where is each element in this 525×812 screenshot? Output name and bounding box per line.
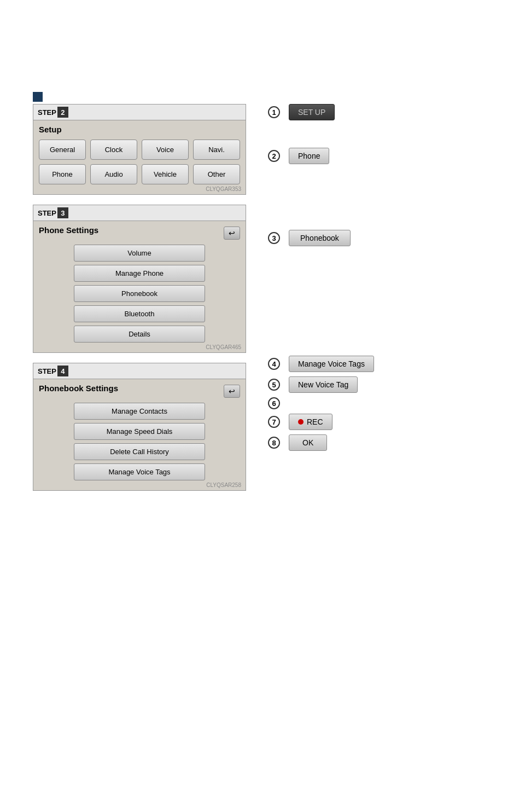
setup-btn-navi[interactable]: Navi. (193, 140, 240, 160)
step3-volume-btn[interactable]: Volume (74, 245, 205, 262)
step2-header: STEP 2 (33, 104, 246, 120)
instruction-8: 8 OK (268, 434, 509, 451)
rec-button[interactable]: REC (289, 414, 332, 430)
instruction-5: 5 New Voice Tag (268, 376, 509, 393)
setup-btn-phone[interactable]: Phone (39, 164, 86, 184)
circle-6: 6 (268, 397, 280, 409)
rec-label: REC (307, 417, 323, 426)
step4-menu: Manage Contacts Manage Speed Dials Delet… (39, 403, 240, 480)
circle-8: 8 (268, 437, 280, 449)
step4-label: STEP (38, 367, 56, 375)
rec-dot-icon (298, 419, 304, 425)
step4-header: STEP 4 (33, 363, 246, 379)
instruction-3: 3 Phonebook (268, 230, 509, 246)
setup-btn-voice[interactable]: Voice (142, 140, 189, 160)
step3-header: STEP 3 (33, 205, 246, 221)
manage-voice-tags-button[interactable]: Manage Voice Tags (289, 356, 374, 372)
instruction-7: 7 REC (268, 414, 509, 430)
step3-label: STEP (38, 209, 56, 217)
step2-screen-title: Setup (39, 125, 240, 135)
step4-block: STEP 4 Phonebook Settings ↩ Manage Conta… (33, 363, 246, 491)
step3-screen: Phone Settings ↩ Volume Manage Phone Pho… (33, 221, 246, 353)
setup-btn-clock[interactable]: Clock (90, 140, 137, 160)
setup-button[interactable]: SET UP (289, 104, 335, 120)
step3-phonebook-btn[interactable]: Phonebook (74, 285, 205, 302)
step2-block: STEP 2 Setup General Clock Voice Navi. P… (33, 104, 246, 195)
step3-manage-phone-btn[interactable]: Manage Phone (74, 265, 205, 282)
step3-menu: Volume Manage Phone Phonebook Bluetooth … (39, 245, 240, 343)
step4-screen: Phonebook Settings ↩ Manage Contacts Man… (33, 379, 246, 491)
step2-label: STEP (38, 108, 56, 117)
phonebook-button[interactable]: Phonebook (289, 230, 351, 246)
step4-watermark: CLYQSAR258 (206, 482, 241, 488)
step2-num: 2 (57, 107, 68, 118)
blue-indicator (33, 92, 43, 102)
right-panel: 1 SET UP 2 Phone 3 Phonebook 4 Manage Vo… (268, 104, 509, 455)
step2-screen: Setup General Clock Voice Navi. Phone Au… (33, 120, 246, 195)
page-container: STEP 2 Setup General Clock Voice Navi. P… (0, 0, 525, 812)
ok-button[interactable]: OK (289, 434, 327, 451)
circle-4: 4 (268, 358, 280, 370)
step4-screen-title: Phonebook Settings (39, 384, 118, 394)
circle-2: 2 (268, 150, 280, 162)
circle-7: 7 (268, 416, 280, 428)
step3-watermark: CLYQGAR465 (206, 344, 241, 350)
circle-3: 3 (268, 232, 280, 244)
phone-button[interactable]: Phone (289, 148, 329, 164)
instruction-4: 4 Manage Voice Tags (268, 356, 509, 372)
instruction-1: 1 SET UP (268, 104, 509, 120)
step4-manage-contacts-btn[interactable]: Manage Contacts (74, 403, 205, 420)
step4-back-btn[interactable]: ↩ (224, 385, 240, 398)
setup-btn-vehicle[interactable]: Vehicle (142, 164, 189, 184)
step3-block: STEP 3 Phone Settings ↩ Volume Manage Ph… (33, 205, 246, 353)
step3-back-btn[interactable]: ↩ (224, 227, 240, 240)
step4-delete-history-btn[interactable]: Delete Call History (74, 443, 205, 460)
step3-screen-title: Phone Settings (39, 225, 98, 236)
step4-speed-dials-btn[interactable]: Manage Speed Dials (74, 423, 205, 440)
step3-bluetooth-btn[interactable]: Bluetooth (74, 305, 205, 322)
setup-btn-general[interactable]: General (39, 140, 86, 160)
step4-num: 4 (57, 366, 68, 376)
instruction-2: 2 Phone (268, 148, 509, 164)
step3-title-bar: Phone Settings ↩ (39, 225, 240, 240)
step2-watermark: CLYQGAR353 (206, 186, 241, 192)
setup-btn-audio[interactable]: Audio (90, 164, 137, 184)
step4-title-bar: Phonebook Settings ↩ (39, 384, 240, 398)
new-voice-tag-button[interactable]: New Voice Tag (289, 376, 358, 393)
step2-grid: General Clock Voice Navi. Phone Audio Ve… (39, 140, 240, 184)
circle-5: 5 (268, 379, 280, 391)
left-panel: STEP 2 Setup General Clock Voice Navi. P… (33, 104, 246, 501)
setup-btn-other[interactable]: Other (193, 164, 240, 184)
circle-1: 1 (268, 106, 280, 118)
instruction-6: 6 (268, 397, 509, 409)
step4-voice-tags-btn[interactable]: Manage Voice Tags (74, 463, 205, 480)
step3-details-btn[interactable]: Details (74, 326, 205, 343)
step3-num: 3 (57, 207, 68, 218)
